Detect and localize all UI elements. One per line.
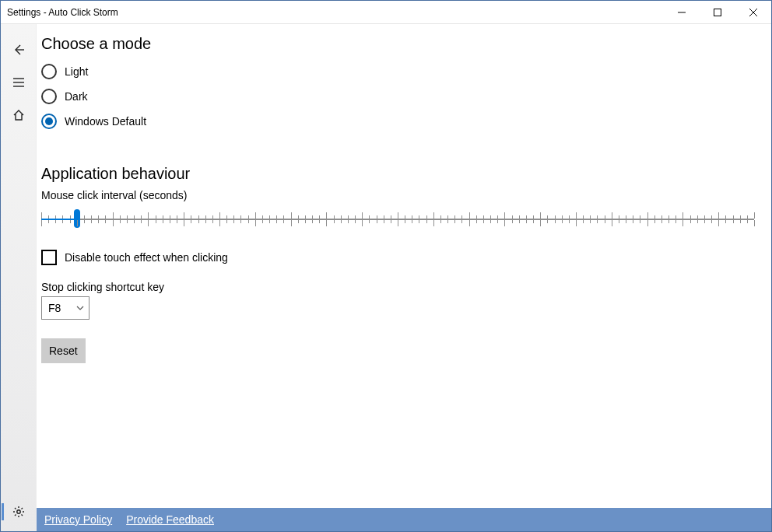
radio-icon (41, 89, 57, 104)
privacy-link[interactable]: Privacy Policy (44, 513, 112, 526)
svg-point-8 (16, 510, 19, 513)
interval-slider[interactable] (41, 212, 754, 226)
menu-button[interactable] (3, 68, 34, 97)
settings-button[interactable] (3, 497, 34, 527)
chevron-down-icon (76, 304, 84, 312)
window-controls (664, 1, 771, 24)
mode-option-windows-default[interactable]: Windows Default (41, 109, 754, 134)
reset-button[interactable]: Reset (41, 338, 86, 363)
checkbox-icon (41, 250, 57, 265)
window-title: Settings - Auto Click Storm (1, 7, 664, 18)
shortcut-value: F8 (48, 302, 61, 314)
shortcut-dropdown[interactable]: F8 (41, 296, 89, 320)
gear-icon (12, 506, 25, 518)
feedback-link[interactable]: Provide Feedback (126, 513, 214, 526)
home-button[interactable] (3, 100, 34, 130)
hamburger-icon (12, 76, 25, 89)
mode-option-dark[interactable]: Dark (41, 84, 754, 109)
arrow-left-icon (12, 44, 25, 56)
content: Choose a mode Light Dark Windows Default… (37, 24, 771, 508)
mode-option-label: Dark (65, 90, 88, 103)
mode-heading: Choose a mode (41, 35, 754, 53)
interval-label: Mouse click interval (seconds) (41, 189, 754, 201)
svg-rect-1 (714, 9, 721, 16)
titlebar: Settings - Auto Click Storm (1, 1, 771, 24)
shortcut-label: Stop clicking shortcut key (41, 281, 754, 293)
disable-touch-checkbox[interactable]: Disable touch effect when clicking (41, 250, 754, 265)
reset-label: Reset (49, 345, 78, 357)
close-icon (749, 9, 757, 16)
radio-icon (41, 64, 57, 79)
minimize-icon (678, 9, 686, 16)
back-button[interactable] (3, 35, 34, 65)
disable-touch-label: Disable touch effect when clicking (65, 251, 228, 264)
close-button[interactable] (735, 1, 771, 24)
sidebar (1, 24, 37, 531)
behaviour-heading: Application behaviour (41, 165, 754, 183)
mode-option-label: Light (65, 65, 88, 78)
minimize-button[interactable] (664, 1, 700, 24)
mode-option-label: Windows Default (65, 115, 146, 128)
maximize-button[interactable] (700, 1, 735, 24)
footer: Privacy Policy Provide Feedback (37, 508, 771, 531)
home-icon (12, 109, 25, 121)
maximize-icon (714, 9, 721, 16)
main: Choose a mode Light Dark Windows Default… (37, 24, 771, 531)
mode-option-light[interactable]: Light (41, 59, 754, 84)
radio-icon (41, 114, 57, 129)
